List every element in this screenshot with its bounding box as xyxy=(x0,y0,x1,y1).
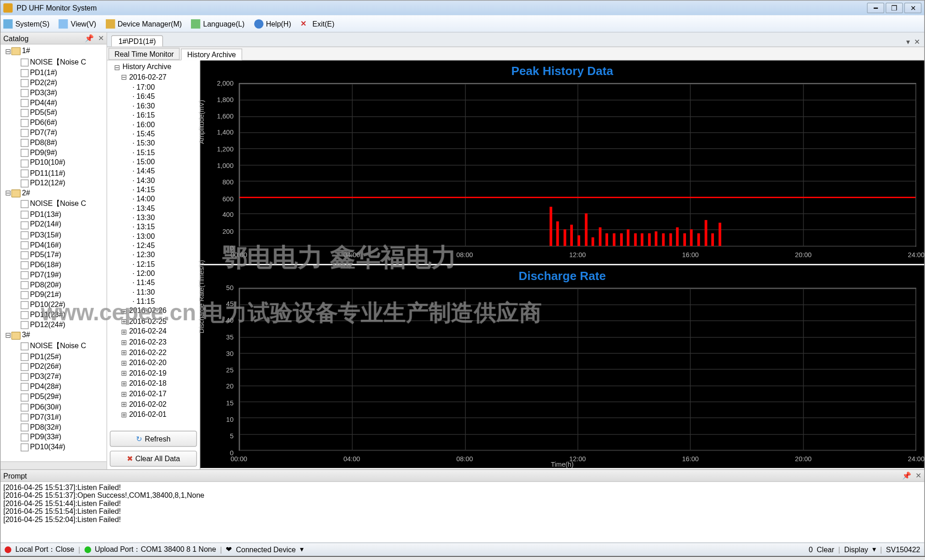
tree-item[interactable]: PD11(23#) xyxy=(2,310,105,320)
pin-icon[interactable]: 📌 xyxy=(902,471,911,480)
display-link[interactable]: Display xyxy=(844,545,868,553)
archive-time[interactable]: · 16:00 xyxy=(109,120,198,129)
tree-item[interactable]: PD10(34#) xyxy=(2,442,105,452)
archive-date[interactable]: ⊞ 2016-02-22 xyxy=(109,347,198,358)
connected-label[interactable]: Connected Device xyxy=(236,545,296,553)
menu-device[interactable]: Device Manager(M) xyxy=(106,19,182,28)
tree-item[interactable]: PD2(2#) xyxy=(2,78,105,88)
archive-time[interactable]: · 15:00 xyxy=(109,157,198,166)
tree-item[interactable]: PD1(13#) xyxy=(2,210,105,220)
archive-time[interactable]: · 11:30 xyxy=(109,287,198,296)
menu-view[interactable]: View(V) xyxy=(59,19,96,28)
close-button[interactable]: ✕ xyxy=(904,3,922,13)
archive-tree[interactable]: ⊟ History Archive⊟ 2016-02-27· 17:00· 16… xyxy=(107,60,200,428)
tree-group[interactable]: ⊟3# xyxy=(2,330,105,340)
tree-item[interactable]: PD4(4#) xyxy=(2,97,105,108)
archive-date[interactable]: ⊞ 2016-02-19 xyxy=(109,368,198,379)
archive-time[interactable]: · 12:30 xyxy=(109,250,198,259)
tree-item[interactable]: PD12(12#) xyxy=(2,178,105,188)
tree-item[interactable]: PD4(16#) xyxy=(2,240,105,250)
tab-dropdown-icon[interactable]: ▾ xyxy=(906,38,910,47)
close-icon[interactable]: ✕ xyxy=(915,471,921,480)
archive-date[interactable]: ⊞ 2016-02-20 xyxy=(109,358,198,368)
tree-item[interactable]: PD7(31#) xyxy=(2,412,105,422)
tree-item[interactable]: PD9(21#) xyxy=(2,290,105,300)
archive-date[interactable]: ⊞ 2016-02-23 xyxy=(109,337,198,348)
tree-item[interactable]: PD5(5#) xyxy=(2,108,105,118)
archive-date[interactable]: ⊞ 2016-02-24 xyxy=(109,327,198,337)
archive-time[interactable]: · 16:15 xyxy=(109,110,198,119)
tree-item[interactable]: PD3(15#) xyxy=(2,230,105,240)
menu-system[interactable]: System(S) xyxy=(3,19,49,28)
tree-item[interactable]: PD6(18#) xyxy=(2,260,105,270)
refresh-button[interactable]: ↻Refresh xyxy=(110,431,197,447)
tree-item[interactable]: PD3(3#) xyxy=(2,87,105,97)
archive-time[interactable]: · 15:15 xyxy=(109,148,198,157)
archive-date[interactable]: ⊞ 2016-02-02 xyxy=(109,399,198,410)
archive-time[interactable]: · 14:15 xyxy=(109,185,198,194)
archive-time[interactable]: · 12:15 xyxy=(109,259,198,269)
archive-time[interactable]: · 13:30 xyxy=(109,213,198,222)
tree-item[interactable]: PD6(30#) xyxy=(2,402,105,412)
tree-item[interactable]: PD9(9#) xyxy=(2,148,105,158)
archive-date[interactable]: ⊞ 2016-02-25 xyxy=(109,316,198,327)
archive-time[interactable]: · 12:00 xyxy=(109,269,198,278)
tree-item[interactable]: NOISE【Noise C xyxy=(2,56,105,68)
subtab-history[interactable]: History Archive xyxy=(181,48,242,60)
tree-item[interactable]: PD7(19#) xyxy=(2,270,105,280)
archive-time[interactable]: · 13:45 xyxy=(109,204,198,213)
minimize-button[interactable]: ━ xyxy=(867,3,884,13)
tree-item[interactable]: PD4(28#) xyxy=(2,382,105,392)
tree-item[interactable]: PD6(6#) xyxy=(2,118,105,128)
tree-item[interactable]: PD7(7#) xyxy=(2,128,105,138)
tree-item[interactable]: PD2(14#) xyxy=(2,220,105,230)
archive-time[interactable]: · 13:00 xyxy=(109,232,198,241)
archive-time[interactable]: · 16:45 xyxy=(109,92,198,101)
tree-item[interactable]: PD8(8#) xyxy=(2,138,105,148)
dropdown-icon[interactable]: ▾ xyxy=(300,545,304,554)
tree-item[interactable]: PD8(32#) xyxy=(2,422,105,432)
archive-time[interactable]: · 11:15 xyxy=(109,296,198,306)
clear-all-button[interactable]: ✖Clear All Data xyxy=(110,451,197,467)
archive-date[interactable]: ⊞ 2016-02-17 xyxy=(109,389,198,399)
maximize-button[interactable]: ❐ xyxy=(886,3,903,13)
menu-help[interactable]: Help(H) xyxy=(254,19,291,28)
tab-close-icon[interactable]: ✕ xyxy=(914,38,920,47)
archive-time[interactable]: · 17:00 xyxy=(109,82,198,92)
tree-item[interactable]: PD8(20#) xyxy=(2,280,105,290)
archive-time[interactable]: · 11:45 xyxy=(109,278,198,287)
tree-item[interactable]: PD2(26#) xyxy=(2,362,105,372)
tree-item[interactable]: PD12(24#) xyxy=(2,320,105,330)
catalog-tree[interactable]: ⊟1#NOISE【Noise CPD1(1#)PD2(2#)PD3(3#)PD4… xyxy=(0,44,106,461)
tree-item[interactable]: PD1(25#) xyxy=(2,352,105,362)
menu-exit[interactable]: ✕Exit(E) xyxy=(300,19,334,28)
archive-time[interactable]: · 15:45 xyxy=(109,129,198,138)
archive-time[interactable]: · 15:30 xyxy=(109,138,198,147)
archive-time[interactable]: · 12:45 xyxy=(109,241,198,250)
tree-item[interactable]: PD5(17#) xyxy=(2,250,105,260)
archive-date[interactable]: ⊞ 2016-02-01 xyxy=(109,409,198,420)
archive-date[interactable]: ⊞ 2016-02-26 xyxy=(109,306,198,317)
tree-item[interactable]: PD11(11#) xyxy=(2,168,105,178)
pin-icon[interactable]: 📌 xyxy=(85,34,94,43)
tree-item[interactable]: PD3(27#) xyxy=(2,372,105,382)
archive-time[interactable]: · 14:00 xyxy=(109,194,198,204)
menu-language[interactable]: Language(L) xyxy=(191,19,245,28)
tree-item[interactable]: PD1(1#) xyxy=(2,68,105,78)
subtab-realtime[interactable]: Real Time Monitor xyxy=(109,48,180,60)
archive-time[interactable]: · 14:30 xyxy=(109,176,198,185)
close-icon[interactable]: ✕ xyxy=(98,34,104,43)
archive-time[interactable]: · 14:45 xyxy=(109,167,198,176)
archive-root[interactable]: ⊟ History Archive xyxy=(109,62,198,72)
tree-item[interactable]: PD5(29#) xyxy=(2,392,105,402)
tree-group[interactable]: ⊟2# xyxy=(2,188,105,199)
tree-group[interactable]: ⊟1# xyxy=(2,46,105,56)
tree-item[interactable]: NOISE【Noise C xyxy=(2,198,105,210)
tree-item[interactable]: PD9(33#) xyxy=(2,432,105,442)
tree-item[interactable]: PD10(10#) xyxy=(2,158,105,168)
prompt-log[interactable]: [2016-04-25 15:51:37]:Listen Failed![201… xyxy=(0,482,924,542)
tab-document[interactable]: 1#\PD1(1#) xyxy=(111,35,163,47)
dropdown-icon[interactable]: ▾ xyxy=(872,545,876,554)
tree-item[interactable]: PD10(22#) xyxy=(2,300,105,310)
archive-time[interactable]: · 13:15 xyxy=(109,222,198,232)
